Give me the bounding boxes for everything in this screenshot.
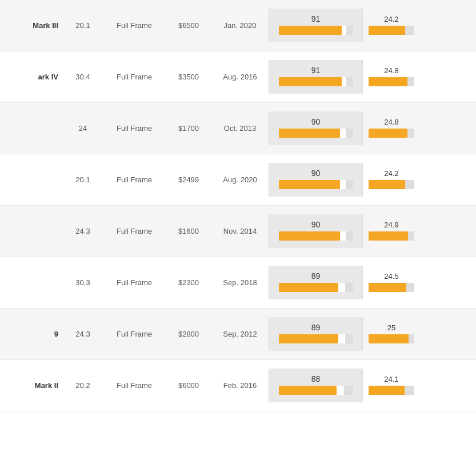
score-bar-fill (279, 283, 345, 292)
score-bar-white (342, 77, 346, 86)
dynamic-bar (369, 334, 414, 343)
score-bar-fill (279, 180, 346, 189)
score-value: 90 (274, 220, 358, 229)
dynamic-value: 24.8 (367, 66, 415, 75)
dynamic-value: 24.1 (367, 375, 415, 383)
table-row: 30.3 Full Frame $2300 Sep. 2018 89 24.5 (0, 257, 476, 309)
table-row: 9 24.3 Full Frame $2800 Sep. 2012 89 25 (0, 309, 476, 360)
score-bar (279, 26, 353, 35)
dynamic-value: 24.2 (367, 169, 415, 178)
table-row: ark IV 30.4 Full Frame $3500 Aug. 2016 9… (0, 51, 476, 103)
dynamic-bar (369, 77, 414, 86)
megapixels: 20.2 (63, 375, 103, 395)
overall-score: 89 (269, 266, 363, 299)
score-value: 91 (274, 14, 358, 23)
score-bar-white (340, 180, 346, 189)
table-row: Mark III 20.1 Full Frame $6500 Jan. 2020… (0, 0, 476, 51)
dynamic-bar-fill (369, 26, 405, 35)
score-bar (279, 283, 353, 292)
score-bar-white (338, 334, 345, 343)
price: $6500 (166, 15, 211, 35)
camera-name (0, 226, 63, 237)
score-value: 89 (274, 271, 358, 281)
release-date: Feb. 2016 (211, 375, 269, 395)
score-value: 88 (274, 374, 358, 383)
release-date: Sep. 2018 (211, 273, 269, 293)
dynamic-range: 24.5 (363, 266, 420, 299)
dynamic-value: 24.9 (367, 221, 415, 229)
score-bar (279, 129, 353, 138)
dynamic-range: 25 (363, 318, 420, 351)
dynamic-bar-fill (369, 386, 405, 395)
score-bar-white (338, 283, 345, 292)
table-row: 20.1 Full Frame $2499 Aug. 2020 90 24.2 (0, 154, 476, 206)
camera-name: ark IV (0, 67, 63, 87)
price: $2800 (166, 324, 211, 344)
price: $3500 (166, 67, 211, 87)
score-value: 90 (274, 117, 358, 126)
megapixels: 30.4 (63, 67, 103, 87)
dynamic-value: 24.2 (367, 15, 415, 23)
price: $6000 (166, 375, 211, 395)
release-date: Aug. 2020 (211, 170, 269, 190)
score-bar-white (342, 26, 346, 35)
release-date: Aug. 2016 (211, 67, 269, 87)
score-bar-fill (279, 77, 346, 86)
overall-score: 90 (269, 214, 363, 248)
release-date: Oct. 2013 (211, 118, 269, 138)
megapixels: 20.1 (63, 15, 103, 35)
sensor-type: Full Frame (103, 67, 166, 87)
megapixels: 20.1 (63, 170, 103, 190)
dynamic-range: 24.2 (363, 9, 420, 42)
sensor-type: Full Frame (103, 15, 166, 35)
table-row: Mark II 20.2 Full Frame $6000 Feb. 2016 … (0, 360, 476, 411)
dynamic-bar-fill (369, 180, 405, 189)
score-bar-white (340, 231, 346, 241)
overall-score: 91 (269, 60, 363, 94)
dynamic-value: 24.8 (367, 118, 415, 126)
dynamic-range: 24.9 (363, 215, 420, 248)
dynamic-bar-fill (369, 129, 407, 138)
score-bar (279, 231, 353, 241)
price: $1700 (166, 118, 211, 138)
megapixels: 24.3 (63, 324, 103, 344)
dynamic-bar (369, 231, 414, 241)
score-bar (279, 386, 353, 395)
camera-comparison-table: Mark III 20.1 Full Frame $6500 Jan. 2020… (0, 0, 476, 411)
camera-name (0, 174, 63, 186)
sensor-type: Full Frame (103, 221, 166, 241)
score-bar-fill (279, 386, 344, 395)
price: $2499 (166, 170, 211, 190)
dynamic-bar (369, 26, 414, 35)
dynamic-bar-fill (369, 231, 408, 241)
sensor-type: Full Frame (103, 324, 166, 344)
score-bar-white (337, 386, 344, 395)
dynamic-bar (369, 180, 414, 189)
release-date: Nov. 2014 (211, 221, 269, 241)
sensor-type: Full Frame (103, 375, 166, 395)
overall-score: 90 (269, 111, 363, 145)
dynamic-bar (369, 283, 414, 292)
dynamic-bar (369, 386, 414, 395)
score-bar-fill (279, 334, 345, 343)
sensor-type: Full Frame (103, 118, 166, 138)
dynamic-bar (369, 129, 414, 138)
score-bar-white (340, 129, 346, 138)
table-row: 24 Full Frame $1700 Oct. 2013 90 24.8 (0, 103, 476, 154)
overall-score: 88 (269, 369, 363, 402)
camera-name: Mark II (0, 375, 63, 395)
overall-score: 91 (269, 9, 363, 42)
dynamic-value: 25 (367, 323, 415, 332)
camera-name (0, 123, 63, 134)
megapixels: 30.3 (63, 273, 103, 293)
dynamic-value: 24.5 (367, 272, 415, 281)
score-bar (279, 77, 353, 86)
score-bar-fill (279, 26, 346, 35)
sensor-type: Full Frame (103, 273, 166, 293)
score-bar-fill (279, 231, 346, 241)
camera-name: Mark III (0, 15, 63, 35)
price: $2300 (166, 273, 211, 293)
camera-name: 9 (0, 324, 63, 344)
score-bar (279, 334, 353, 343)
dynamic-range: 24.1 (363, 369, 420, 402)
